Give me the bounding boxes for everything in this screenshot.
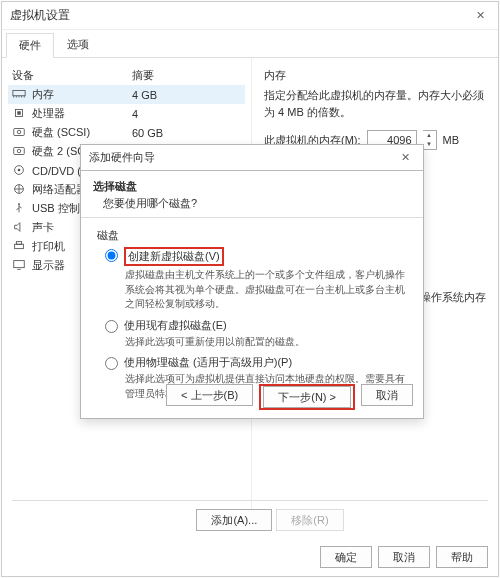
usb-icon	[12, 202, 28, 216]
radio-label: 使用现有虚拟磁盘(E)	[124, 318, 227, 333]
radio-label: 创建新虚拟磁盘(V)	[128, 250, 220, 262]
memory-desc: 指定分配给此虚拟机的内存量。内存大小必须为 4 MB 的倍数。	[264, 87, 486, 120]
memory-spinner[interactable]: ▲▼	[423, 130, 437, 150]
add-hardware-button[interactable]: 添加(A)...	[196, 509, 272, 531]
dialog-subheading: 您要使用哪个磁盘?	[93, 196, 411, 211]
radio-input[interactable]	[105, 357, 118, 370]
net-icon	[12, 183, 28, 197]
radio-input[interactable]	[105, 320, 118, 333]
disk-icon	[12, 126, 28, 140]
leaked-text: 操作系统内存	[420, 290, 486, 305]
hw-summary: 4 GB	[132, 89, 241, 101]
svg-rect-3	[14, 128, 25, 135]
help-button[interactable]: 帮助	[436, 546, 488, 568]
back-button[interactable]: < 上一步(B)	[166, 384, 253, 406]
close-icon[interactable]: ✕	[470, 9, 490, 22]
hw-list-header: 设备 摘要	[8, 66, 245, 85]
option-highlight: 创建新虚拟磁盘(V)	[124, 247, 224, 266]
hw-row-disk[interactable]: 硬盘 (SCSI)60 GB	[8, 123, 245, 142]
window-title: 虚拟机设置	[10, 7, 470, 24]
remove-hardware-button: 移除(R)	[276, 509, 343, 531]
hw-row-memory[interactable]: 内存4 GB	[8, 85, 245, 104]
hw-name: 内存	[32, 87, 132, 102]
cd-icon	[12, 164, 28, 178]
hw-row-cpu[interactable]: 处理器4	[8, 104, 245, 123]
dialog-heading: 选择磁盘	[93, 179, 411, 194]
memory-group-label: 内存	[264, 68, 486, 83]
dialog-header: 选择磁盘 您要使用哪个磁盘?	[81, 171, 423, 218]
radio-desc: 选择此选项可重新使用以前配置的磁盘。	[105, 335, 407, 350]
svg-point-10	[18, 203, 20, 205]
next-highlight: 下一步(N) >	[259, 384, 355, 410]
hw-summary: 60 GB	[132, 127, 241, 139]
dialog-cancel-button[interactable]: 取消	[361, 384, 413, 406]
svg-rect-13	[14, 260, 25, 267]
main-actions: 确定 取消 帮助	[320, 546, 488, 568]
col-summary: 摘要	[132, 68, 154, 83]
radio-desc: 虚拟磁盘由主机文件系统上的一个或多个文件组成，客户机操作系统会将其视为单个硬盘。…	[105, 268, 407, 312]
next-button[interactable]: 下一步(N) >	[263, 386, 351, 408]
tab-hardware[interactable]: 硬件	[6, 33, 54, 58]
disk-icon	[12, 145, 28, 159]
display-icon	[12, 259, 28, 273]
dialog-actions: < 上一步(B) 下一步(N) > 取消	[166, 384, 413, 410]
hw-buttons: 添加(A)... 移除(R)	[12, 500, 488, 534]
svg-rect-5	[14, 147, 25, 154]
disk-option-0[interactable]: 创建新虚拟磁盘(V)	[105, 247, 407, 266]
disk-option-2[interactable]: 使用物理磁盘 (适用于高级用户)(P)	[105, 355, 407, 370]
svg-point-4	[17, 130, 21, 134]
sound-icon	[12, 221, 28, 235]
svg-rect-11	[15, 244, 24, 248]
disk-option-1[interactable]: 使用现有虚拟磁盘(E)	[105, 318, 407, 333]
printer-icon	[12, 240, 28, 254]
hw-summary: 4	[132, 108, 241, 120]
memory-icon	[12, 88, 28, 102]
vm-settings-window: 虚拟机设置 ✕ 硬件 选项 设备 摘要 内存4 GB处理器4硬盘 (SCSI)6…	[1, 1, 499, 577]
radio-input[interactable]	[105, 249, 118, 262]
ok-button[interactable]: 确定	[320, 546, 372, 568]
cpu-icon	[12, 107, 28, 121]
tab-options[interactable]: 选项	[54, 32, 102, 57]
svg-rect-2	[17, 111, 21, 115]
svg-rect-0	[13, 90, 25, 95]
hw-name: 硬盘 (SCSI)	[32, 125, 132, 140]
svg-point-6	[17, 149, 21, 153]
dialog-close-icon[interactable]: ✕	[395, 151, 415, 164]
dialog-title: 添加硬件向导	[89, 150, 395, 165]
hw-name: 处理器	[32, 106, 132, 121]
tabs: 硬件 选项	[2, 32, 498, 58]
radio-label: 使用物理磁盘 (适用于高级用户)(P)	[124, 355, 292, 370]
disk-section-label: 磁盘	[97, 228, 407, 243]
col-device: 设备	[12, 68, 132, 83]
svg-point-8	[18, 168, 21, 171]
svg-rect-12	[16, 241, 21, 244]
add-hardware-wizard: 添加硬件向导 ✕ 选择磁盘 您要使用哪个磁盘? 磁盘 创建新虚拟磁盘(V)虚拟磁…	[80, 144, 424, 419]
memory-unit: MB	[443, 134, 460, 146]
titlebar: 虚拟机设置 ✕	[2, 2, 498, 30]
cancel-button[interactable]: 取消	[378, 546, 430, 568]
dialog-titlebar: 添加硬件向导 ✕	[81, 145, 423, 171]
